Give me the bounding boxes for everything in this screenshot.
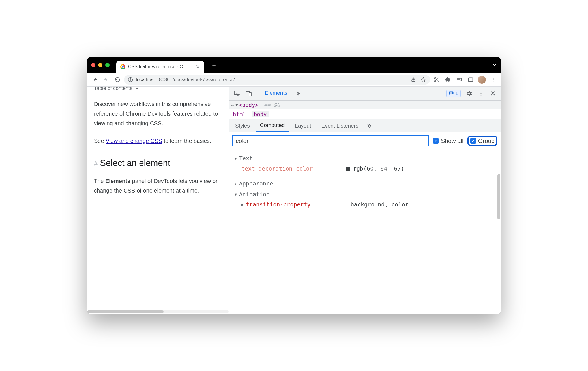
see-paragraph: See View and change CSS to learn the bas… <box>94 136 222 146</box>
group-header[interactable]: ▼Text <box>235 155 495 162</box>
bookmark-star-icon[interactable] <box>420 77 426 83</box>
crumb-body[interactable]: body <box>252 111 269 117</box>
svg-point-16 <box>493 78 494 79</box>
svg-point-26 <box>481 93 482 94</box>
dom-console-ref: == $0 <box>264 102 280 108</box>
device-toolbar-icon[interactable] <box>244 89 254 99</box>
address-bar[interactable]: localhost:8080/docs/devtools/css/referen… <box>124 75 430 85</box>
url-path: /docs/devtools/css/reference/ <box>173 77 235 83</box>
tab-elements[interactable]: Elements <box>261 87 291 100</box>
site-info-icon[interactable] <box>128 77 133 82</box>
settings-gear-icon[interactable] <box>464 89 474 99</box>
filter-input[interactable]: color <box>232 135 429 146</box>
anchor-hash-icon[interactable]: # <box>94 160 98 168</box>
url-host: localhost <box>136 77 155 83</box>
heading-text: Select an element <box>100 158 170 168</box>
reload-button[interactable] <box>113 75 122 85</box>
inspect-element-icon[interactable] <box>232 89 242 99</box>
chevron-right-icon: ▶ <box>241 202 244 207</box>
tabs-overflow-icon[interactable] <box>492 63 497 67</box>
svg-marker-6 <box>421 77 426 82</box>
share-icon[interactable] <box>411 77 416 82</box>
window-controls <box>91 63 110 67</box>
reading-list-icon[interactable] <box>454 75 464 85</box>
svg-rect-23 <box>450 92 452 93</box>
titlebar: CSS features reference - Chrom ✕ ＋ <box>87 57 501 73</box>
checkbox-checked-icon: ✓ <box>433 138 439 144</box>
issues-badge[interactable]: 1 <box>446 90 461 97</box>
tab-event-listeners[interactable]: Event Listeners <box>317 119 363 132</box>
crumb-html[interactable]: html <box>233 111 246 117</box>
property-name: transition-property <box>246 201 351 208</box>
svg-point-8 <box>435 80 436 82</box>
chevron-right-icon: ▶ <box>235 182 237 186</box>
dom-tag: <body> <box>239 102 258 108</box>
chevron-down-icon <box>135 87 139 90</box>
section-heading: # Select an element <box>94 158 222 168</box>
tab-computed[interactable]: Computed <box>256 119 289 132</box>
profile-avatar[interactable] <box>477 75 487 85</box>
issues-count: 1 <box>456 91 458 96</box>
more-subtabs-icon[interactable] <box>364 121 374 131</box>
collapse-icon[interactable]: ▼ <box>235 103 238 107</box>
show-all-checkbox[interactable]: ✓ Show all <box>433 137 463 144</box>
new-tab-button[interactable]: ＋ <box>211 61 217 69</box>
browser-tab[interactable]: CSS features reference - Chrom ✕ <box>116 61 204 73</box>
favicon-icon <box>120 64 125 69</box>
vertical-scrollbar[interactable] <box>497 103 500 312</box>
property-row[interactable]: ▶transition-propertybackground, color <box>235 198 495 212</box>
browser-window: CSS features reference - Chrom ✕ ＋ local… <box>87 57 501 314</box>
filter-value: color <box>236 137 249 144</box>
horizontal-scrollbar[interactable] <box>87 310 229 313</box>
browser-menu-icon[interactable] <box>488 75 498 85</box>
maximize-window-button[interactable] <box>105 63 110 67</box>
styles-subtabs: Styles Computed Layout Event Listeners <box>229 119 501 132</box>
issues-icon <box>449 91 454 96</box>
group-highlight: ✓ Group <box>467 136 497 146</box>
svg-point-17 <box>493 79 494 80</box>
svg-rect-22 <box>249 92 251 96</box>
tab-title: CSS features reference - Chrom <box>128 64 188 69</box>
property-name: text-decoration-color <box>241 165 346 172</box>
tab-styles[interactable]: Styles <box>231 119 254 132</box>
group-name: Text <box>239 155 253 162</box>
color-swatch-icon[interactable] <box>346 167 350 171</box>
checkbox-checked-icon: ✓ <box>470 138 476 144</box>
devtools-toolbar: Elements 1 ✕ <box>229 87 501 101</box>
devtools-panel: Elements 1 ✕ ⋯ ▼ <body> <box>229 87 501 314</box>
property-value: background, color <box>351 201 409 208</box>
forward-button[interactable] <box>101 75 111 85</box>
intro-paragraph: Discover new workflows in this comprehen… <box>94 99 222 128</box>
breadcrumb: html body <box>229 109 501 119</box>
minimize-window-button[interactable] <box>98 63 102 67</box>
content-area: Table of contents Discover new workflows… <box>87 87 501 314</box>
close-tab-icon[interactable]: ✕ <box>196 64 200 70</box>
svg-point-27 <box>481 94 482 95</box>
table-of-contents-toggle[interactable]: Table of contents <box>94 87 222 91</box>
group-name: Animation <box>239 191 270 198</box>
close-window-button[interactable] <box>91 63 95 67</box>
chevron-down-icon: ▼ <box>235 156 237 161</box>
view-and-change-css-link[interactable]: View and change CSS <box>106 138 162 144</box>
dom-tree-row[interactable]: ⋯ ▼ <body> == $0 <box>229 101 501 109</box>
chevron-down-icon: ▼ <box>235 192 237 197</box>
back-button[interactable] <box>90 75 100 85</box>
extensions-icon[interactable] <box>443 75 453 85</box>
scissors-icon[interactable] <box>432 75 441 85</box>
group-label: Group <box>478 137 495 144</box>
svg-point-25 <box>481 92 482 92</box>
more-tabs-icon[interactable] <box>293 89 303 99</box>
group-header[interactable]: ▼Animation <box>235 191 495 198</box>
group-checkbox[interactable]: ✓ Group <box>470 137 495 144</box>
svg-point-4 <box>130 78 131 79</box>
side-panel-icon[interactable] <box>466 75 475 85</box>
property-row[interactable]: text-decoration-colorrgb(60, 64, 67) <box>235 162 495 176</box>
body-paragraph: The Elements panel of DevTools lets you … <box>94 176 222 195</box>
computed-groups: ▼Texttext-decoration-colorrgb(60, 64, 67… <box>229 149 501 314</box>
svg-point-7 <box>435 77 436 79</box>
tab-layout[interactable]: Layout <box>290 119 316 132</box>
close-devtools-icon[interactable]: ✕ <box>488 89 498 99</box>
group-header[interactable]: ▶Appearance <box>235 180 495 187</box>
toc-label: Table of contents <box>94 87 132 91</box>
devtools-menu-icon[interactable] <box>476 89 486 99</box>
